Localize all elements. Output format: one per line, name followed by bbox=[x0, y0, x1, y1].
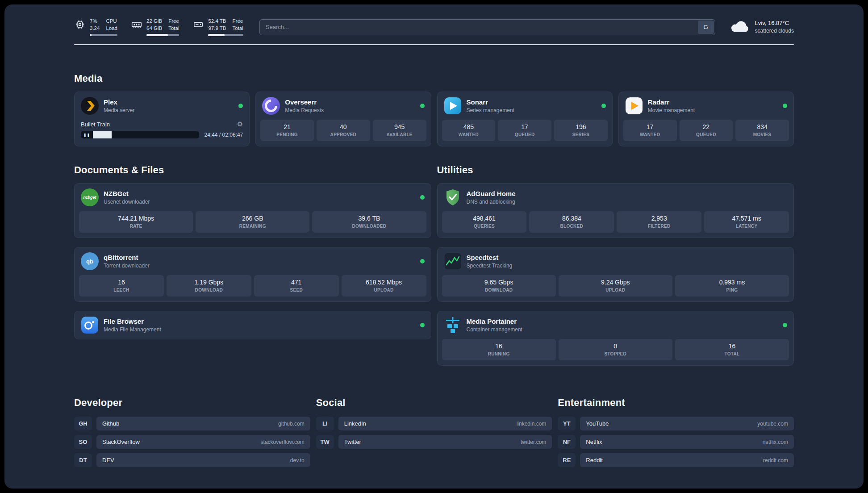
stat-tile: 266 GB REMAINING bbox=[196, 211, 309, 233]
stat-tile: 834 MOVIES bbox=[735, 120, 789, 141]
weather-location: Lviv, 16.87°C bbox=[755, 19, 794, 27]
bookmark-youtube[interactable]: YT YouTube youtube.com bbox=[558, 417, 794, 430]
app-link-sonarr[interactable]: Sonarr Series management bbox=[438, 92, 612, 120]
app-description: Torrent downloader bbox=[104, 262, 150, 269]
bookmark-url: twitter.com bbox=[521, 439, 546, 445]
bookmark-twitter[interactable]: TW Twitter twitter.com bbox=[316, 435, 552, 449]
app-link-nzbget[interactable]: nzbget NZBGet Usenet downloader bbox=[75, 184, 431, 211]
sonarr-icon bbox=[444, 97, 462, 115]
app-link-plex[interactable]: Plex Media server bbox=[75, 92, 249, 120]
stat-tile: 196 SERIES bbox=[554, 120, 608, 141]
app-description: Speedtest Tracking bbox=[467, 262, 513, 269]
section-title-media: Media bbox=[74, 73, 794, 84]
app-link-overseerr[interactable]: Overseerr Media Requests bbox=[256, 92, 430, 120]
bookmark-name: DEV bbox=[102, 457, 114, 464]
app-link-radarr[interactable]: Radarr Movie management bbox=[619, 92, 793, 120]
stat-tile: 9.24 Gbps UPLOAD bbox=[559, 275, 672, 297]
stat-tile: 17 QUEUED bbox=[498, 120, 551, 141]
stat-tile: 9.65 Gbps DOWNLOAD bbox=[442, 275, 556, 297]
app-name: Radarr bbox=[648, 98, 695, 107]
app-name: Sonarr bbox=[467, 98, 514, 107]
nzbget-icon: nzbget bbox=[81, 188, 99, 206]
app-description: Media File Management bbox=[104, 326, 161, 333]
bookmark-abbr: TW bbox=[316, 435, 334, 449]
bookmark-group-title: Entertainment bbox=[558, 397, 794, 409]
bookmark-group-entertainment: Entertainment YT YouTube youtube.com NF … bbox=[558, 397, 794, 472]
app-card-speedtest: Speedtest Speedtest Tracking 9.65 Gbps D… bbox=[437, 247, 794, 302]
stat-tile: 945 AVAILABLE bbox=[373, 120, 426, 141]
stat-tile: 0.993 ms PING bbox=[675, 275, 789, 297]
app-name: File Browser bbox=[104, 317, 161, 326]
section-title-utilities: Utilities bbox=[437, 164, 794, 176]
app-link-qbittorrent[interactable]: qb qBittorrent Torrent downloader bbox=[75, 247, 431, 275]
topbar: 7% 3.24 CPU Load bbox=[74, 18, 794, 36]
stat-tile: 86,384 BLOCKED bbox=[529, 211, 614, 233]
media-progress-bar[interactable]: ❚❚ bbox=[81, 131, 199, 138]
bookmark-github[interactable]: GH Github github.com bbox=[74, 417, 310, 430]
bookmark-abbr: LI bbox=[316, 417, 334, 430]
memory-icon bbox=[131, 19, 142, 32]
bookmark-linkedin[interactable]: LI LinkedIn linkedin.com bbox=[316, 417, 552, 430]
weather-widget: Lviv, 16.87°C scattered clouds bbox=[730, 19, 794, 35]
cpu-progress-bar bbox=[90, 34, 117, 36]
app-link-filebrowser[interactable]: File Browser Media File Management bbox=[75, 311, 431, 339]
memory-free-label: Free bbox=[168, 18, 179, 25]
bookmark-url: github.com bbox=[278, 421, 305, 427]
stat-tile: 0 STOPPED bbox=[559, 339, 672, 360]
stat-tile: 485 WANTED bbox=[442, 120, 496, 141]
bookmark-url: reddit.com bbox=[763, 457, 788, 464]
disk-free-value: 52.4 TB bbox=[208, 18, 226, 25]
stat-tile: 16 LEECH bbox=[79, 275, 164, 297]
stat-tile: 744.21 Mbps RATE bbox=[79, 211, 193, 233]
radarr-icon bbox=[625, 97, 643, 115]
app-description: Movie management bbox=[648, 107, 695, 114]
status-dot bbox=[783, 323, 787, 327]
bookmark-name: Github bbox=[102, 420, 119, 427]
stat-tile: 618.52 Mbps UPLOAD bbox=[342, 275, 426, 297]
app-link-speedtest[interactable]: Speedtest Speedtest Tracking bbox=[438, 247, 794, 275]
search-provider-button[interactable]: G bbox=[698, 21, 714, 34]
app-card-qbittorrent: qb qBittorrent Torrent downloader 16 LEE… bbox=[74, 247, 431, 302]
bookmark-name: Netflix bbox=[586, 439, 602, 445]
bookmark-abbr: GH bbox=[74, 417, 92, 430]
memory-total-label: Total bbox=[168, 25, 179, 32]
stat-tile: 39.6 TB DOWNLOADED bbox=[312, 211, 426, 233]
stat-tile: 16 TOTAL bbox=[675, 339, 789, 360]
search-bar: G bbox=[259, 19, 715, 35]
memory-widget: 22 GiB 64 GiB Free Total bbox=[131, 18, 179, 36]
memory-progress-bar bbox=[146, 34, 179, 36]
bookmark-reddit[interactable]: RE Reddit reddit.com bbox=[558, 453, 794, 467]
qbittorrent-icon: qb bbox=[81, 252, 99, 270]
bookmark-dev[interactable]: DT DEV dev.to bbox=[74, 453, 310, 467]
section-title-documents: Documents & Files bbox=[74, 164, 431, 176]
app-description: Series management bbox=[467, 107, 514, 114]
app-link-adguard[interactable]: AdGuard Home DNS and adblocking bbox=[438, 184, 794, 211]
bookmark-group-title: Social bbox=[316, 397, 552, 409]
bookmark-group-title: Developer bbox=[74, 397, 310, 409]
pause-icon[interactable]: ❚❚ bbox=[81, 131, 93, 138]
bookmark-netflix[interactable]: NF Netflix netflix.com bbox=[558, 435, 794, 449]
app-card-nzbget: nzbget NZBGet Usenet downloader 744.21 M… bbox=[74, 183, 431, 238]
overseerr-icon bbox=[262, 97, 280, 115]
app-description: Media server bbox=[104, 107, 134, 114]
status-dot bbox=[783, 104, 787, 108]
bookmark-stackoverflow[interactable]: SO StackOverflow stackoverflow.com bbox=[74, 435, 310, 449]
status-dot bbox=[420, 104, 425, 108]
search-input[interactable] bbox=[259, 19, 715, 35]
app-description: Container management bbox=[467, 326, 522, 333]
status-dot bbox=[420, 259, 425, 263]
bookmark-url: dev.to bbox=[290, 457, 305, 464]
app-name: Media Portainer bbox=[467, 317, 522, 326]
app-name: Overseerr bbox=[285, 98, 324, 107]
app-card-adguard: AdGuard Home DNS and adblocking 498,461 … bbox=[437, 183, 794, 238]
gear-icon[interactable]: ⚙ bbox=[237, 120, 243, 128]
bookmark-url: linkedin.com bbox=[517, 421, 547, 427]
status-dot bbox=[420, 195, 425, 200]
app-name: AdGuard Home bbox=[467, 189, 516, 198]
app-link-portainer[interactable]: Media Portainer Container management bbox=[438, 311, 794, 339]
app-name: NZBGet bbox=[104, 189, 150, 198]
cpu-percent: 7% bbox=[90, 18, 100, 25]
adguard-icon bbox=[444, 188, 462, 206]
stat-tile: 16 RUNNING bbox=[442, 339, 556, 360]
bookmark-group-developer: Developer GH Github github.com SO StackO… bbox=[74, 397, 310, 472]
